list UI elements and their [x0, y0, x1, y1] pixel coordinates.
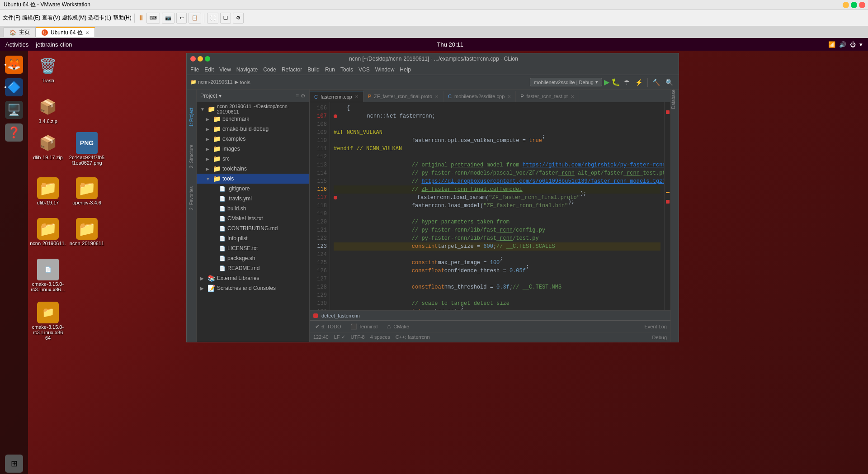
coverage-button[interactable]: ☂: [622, 78, 632, 87]
menu-navigate[interactable]: Navigate: [236, 66, 258, 73]
tab-close-0[interactable]: ✕: [355, 94, 359, 99]
vm-full-screen[interactable]: ⛶: [207, 13, 218, 24]
menu-view[interactable]: 查看(V): [42, 14, 60, 22]
debug-button[interactable]: 🐛: [611, 78, 620, 86]
clion-close-button[interactable]: [190, 56, 196, 62]
tree-item-external-libs[interactable]: ▶ 📚 External Libraries: [197, 273, 309, 283]
run-config-selector[interactable]: mobilenetv2ssdlite | Debug ▾: [530, 78, 602, 86]
desktop-icon-trash[interactable]: 🗑️ Trash: [30, 55, 66, 83]
vm-snapshot[interactable]: 📷: [162, 13, 175, 24]
dock-apps[interactable]: ⊞: [4, 453, 24, 474]
desktop-icon-ncnn-folder[interactable]: 📁 ncnn-20190611.: [30, 218, 66, 246]
desktop-icon-dlib-zip[interactable]: 📦 dlib-19.17.zip: [30, 132, 66, 160]
menu-help[interactable]: Help: [400, 66, 411, 73]
vmware-tab-ubuntu[interactable]: U Ubuntu 64 位 ✕: [36, 27, 95, 37]
menu-tools[interactable]: Tools: [340, 66, 353, 73]
tree-item-license[interactable]: 📄 LICENSE.txt: [197, 243, 309, 253]
menu-file[interactable]: File: [190, 66, 199, 73]
menu-run[interactable]: Run: [325, 66, 335, 73]
tree-item-tools[interactable]: ▼ 📁 tools: [197, 174, 309, 184]
profile-button[interactable]: ⚡: [633, 78, 645, 87]
tree-item-benchmark[interactable]: ▶ 📁 benchmark: [197, 114, 309, 124]
tree-item-travis[interactable]: 📄 .travis.yml: [197, 194, 309, 204]
desktop-icon-zip346[interactable]: 📦 3.4.6.zip: [30, 96, 66, 124]
settings-icon[interactable]: ▾: [859, 41, 863, 48]
tree-item-images[interactable]: ▶ 📁 images: [197, 144, 309, 154]
pause-icon[interactable]: ⏸: [137, 14, 145, 22]
menu-file[interactable]: 文件(F): [3, 14, 20, 22]
menu-code[interactable]: Code: [263, 66, 276, 73]
code-content[interactable]: { ncnn::Net fasterrcnn; #if NCNN_VULK: [330, 102, 664, 310]
panel-tab-favorites[interactable]: 2: Favorites: [189, 186, 194, 210]
desktop-icon-cmake-dir[interactable]: 📁 cmake-3.15.0-rc3-Linux-x86 64: [30, 302, 66, 341]
run-button[interactable]: ▶: [604, 78, 609, 86]
tree-item-toolchains[interactable]: ▶ 📁 toolchains: [197, 164, 309, 174]
ubuntu-activities[interactable]: Activities: [5, 41, 28, 48]
build-button[interactable]: 🔨: [651, 78, 662, 87]
tree-item-cmakelists[interactable]: 📄 CMakeLists.txt: [197, 213, 309, 223]
tab-close-3[interactable]: ✕: [571, 94, 574, 99]
breadcrumb-tools[interactable]: tools: [240, 80, 250, 85]
menu-build[interactable]: Build: [307, 66, 320, 73]
menu-edit[interactable]: 编辑(E): [22, 14, 40, 22]
menu-refactor[interactable]: Refactor: [282, 66, 302, 73]
database-panel-tab[interactable]: Database: [671, 90, 676, 113]
desktop-icon-cmake-tar[interactable]: 📄 cmake-3.15.0-rc3-Linux-x86...: [30, 259, 66, 292]
vmware-close-button[interactable]: [859, 2, 865, 8]
ubuntu-appname[interactable]: jetbrains-clion: [36, 41, 72, 48]
tree-item-readme[interactable]: 📄 README.md: [197, 263, 309, 273]
tab-ubuntu-close[interactable]: ✕: [85, 30, 89, 35]
bottom-tab-todo[interactable]: ✔ 6: TODO: [313, 323, 343, 330]
vm-unity[interactable]: ❏: [220, 13, 231, 24]
menu-edit[interactable]: Edit: [204, 66, 214, 73]
breadcrumb-root[interactable]: 📁 ncnn-20190611: [190, 79, 233, 85]
tree-item-scratches[interactable]: ▶ 📝 Scratches and Consoles: [197, 283, 309, 293]
clion-min-button[interactable]: [198, 56, 203, 62]
tree-root-item[interactable]: ▼ 📁 ncnn-20190611 ~/Desktop/ncnn-2019061…: [197, 104, 309, 114]
vmware-minimize-button[interactable]: [843, 2, 849, 8]
menu-view[interactable]: View: [219, 66, 231, 73]
vmware-maximize-button[interactable]: [851, 2, 857, 8]
menu-tabs[interactable]: 选项卡(L): [88, 14, 111, 22]
tab-zf-proto[interactable]: P ZF_faster_rcnn_final.proto ✕: [363, 91, 443, 102]
desktop-icon-dlib-folder[interactable]: 📁 dlib-19.17: [30, 177, 66, 205]
tree-item-src[interactable]: ▶ 📁 src: [197, 154, 309, 164]
tab-mobilenet-cpp[interactable]: C mobilenetv2ssdlite.cpp ✕: [443, 91, 516, 102]
menu-help[interactable]: 帮助(H): [113, 14, 132, 22]
menu-vcs[interactable]: VCS: [359, 66, 370, 73]
panel-tab-structure[interactable]: 2: Structure: [189, 145, 194, 168]
tree-item-infoplist[interactable]: 📄 Info.plist: [197, 233, 309, 243]
dock-terminal[interactable]: 🖥️: [4, 100, 24, 120]
vm-settings[interactable]: ⚙: [233, 13, 244, 24]
vmware-tab-home[interactable]: 🏠 主页: [4, 27, 36, 37]
tree-item-buildsh[interactable]: 📄 build.sh: [197, 204, 309, 213]
tab-close-2[interactable]: ✕: [507, 94, 511, 99]
tree-icon-settings[interactable]: ⚙: [301, 93, 306, 99]
dock-help[interactable]: ❓: [4, 122, 24, 143]
tree-icon-collapse[interactable]: ≡: [296, 93, 299, 99]
event-log-label[interactable]: Event Log: [644, 324, 667, 329]
tab-close-1[interactable]: ✕: [435, 94, 439, 99]
tree-item-packagesh[interactable]: 📄 package.sh: [197, 253, 309, 263]
tree-item-gitignore[interactable]: 📄 .gitignore: [197, 184, 309, 194]
vm-send-ctrl-alt-del[interactable]: ⌨: [146, 13, 160, 24]
tab-fasterrcnn-cpp[interactable]: C fasterrcnn.cpp ✕: [310, 91, 363, 102]
tab-faster-rcnn-pt[interactable]: P faster_rcnn_test.pt ✕: [516, 91, 579, 102]
clion-max-button[interactable]: [205, 56, 210, 62]
vm-revert[interactable]: ↩: [176, 13, 187, 24]
tree-item-contributing[interactable]: 📄 CONTRIBUTING.md: [197, 223, 309, 233]
desktop-icon-ncnn2-folder[interactable]: 📁 ncnn-20190611: [69, 218, 105, 246]
desktop-icon-opencv-folder[interactable]: 📁 opencv-3.4.6: [69, 177, 105, 205]
bottom-tab-cmake[interactable]: ⚠ CMake: [385, 323, 411, 330]
search-button[interactable]: 🔍: [664, 78, 675, 87]
menu-vm[interactable]: 虚拟机(M): [62, 14, 86, 22]
panel-tab-project[interactable]: 1: Project: [189, 108, 194, 127]
tree-title[interactable]: Project ▾: [200, 93, 222, 99]
tree-item-cmake-build[interactable]: ▶ 📁 cmake-build-debug: [197, 124, 309, 134]
menu-window[interactable]: Window: [375, 66, 395, 73]
vm-snapshot-mgr[interactable]: 📋: [189, 13, 201, 24]
dock-firefox[interactable]: 🦊: [4, 54, 24, 75]
bottom-tab-terminal[interactable]: ⬛ Terminal: [349, 323, 380, 330]
tree-item-examples[interactable]: ▶ 📁 examples: [197, 134, 309, 144]
desktop-icon-png[interactable]: PNG 2c44ac924f7fb5f1ea0627.png: [69, 132, 105, 166]
